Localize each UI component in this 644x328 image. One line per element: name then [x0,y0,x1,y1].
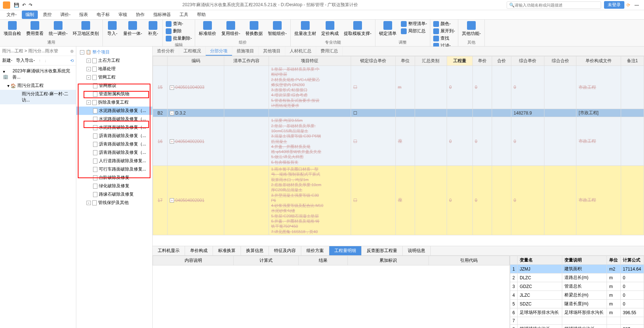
section-node[interactable]: 人行道路面破除及修复... [76,157,152,165]
btab-2[interactable]: 标准换算 [213,246,241,255]
ribbon-btn-sm[interactable]: 批量删除- [164,35,193,42]
tree-root[interactable]: ▾ 🏢2023年麻涌镇污水收集系统完善... [0,67,76,81]
section-node[interactable]: - 拆除及修复工程 [76,98,152,107]
ribbon-btn[interactable]: 统一调价- [47,20,70,37]
down-icon[interactable]: ↓ [44,58,47,63]
breadcrumb-text[interactable]: 雨污...工程 > 雨污分...雨水管 [2,48,58,54]
var-row[interactable]: 4JLZC桥梁总长(m)m0 [510,291,644,300]
import-export-button[interactable]: 导入导出- [16,57,35,64]
section-node[interactable]: 沥青路面破除及修复（... [76,148,152,157]
menu-2[interactable]: 质控 [39,11,55,19]
ribbon-btn[interactable]: 导入- [104,20,120,37]
tab-2[interactable]: 分部分项 [206,47,232,56]
close-icon[interactable]: ⊗ [70,49,74,54]
section-node[interactable]: - 土石方工程 [76,56,152,65]
ribbon-btn[interactable]: 复用组价- [219,20,242,37]
quick-undo-icon[interactable]: ↶ [22,3,26,8]
var-row[interactable]: 7 [510,317,644,325]
section-node[interactable]: 水泥路面破除及修复（... [76,107,152,115]
section-node[interactable]: - 地基处理 [76,65,152,73]
ribbon-btn-sm[interactable]: 展开到- [432,28,456,35]
section-node[interactable]: 管网敷设 [76,81,152,90]
section-root[interactable]: - 📋 整个项目 [76,48,152,56]
quick-save-icon[interactable]: 💾 [14,3,19,8]
refresh-icon[interactable]: ⟲ [70,58,74,63]
ribbon-btn-sm[interactable]: 整理清单- [399,20,428,27]
ribbon-btn-sm[interactable]: 颜色- [432,20,456,27]
menu-7[interactable]: 协作 [132,11,148,19]
table-row[interactable]: 17+ 0405040020011.雨水篦子及圈口材质、型 号、规格:预制装配式… [153,166,644,235]
var-row[interactable]: 3GDZC管道总长m0 [510,282,644,291]
btab-6[interactable]: 工程量明细 [329,246,362,255]
btab-7[interactable]: 反查图形工程量 [362,246,403,255]
menu-1[interactable]: 编制 [22,11,38,19]
table-row[interactable]: 16+ 0405040020011.深度:均深0.55m 2.垫层、基础材质及厚… [153,117,644,166]
ribbon-btn[interactable]: 其他功能- [460,20,483,37]
ribbon-btn[interactable]: 环卫地区类别 [71,20,101,37]
ribbon-btn[interactable]: 提取模板支撑- [342,20,374,37]
calc-table[interactable]: 内容说明计算式结果累加标识引用代码 [153,256,510,265]
btab-8[interactable]: 说明信息 [403,246,431,255]
btab-3[interactable]: 换算信息 [241,246,269,255]
btab-5[interactable]: 组价方案 [301,246,329,255]
tab-3[interactable]: 措施项目 [232,47,259,56]
section-node[interactable]: 路缘石破除及修复 [76,190,152,199]
var-row[interactable]: 5SDZC隧道长度(m)m0 [510,300,644,308]
ribbon-btn[interactable]: 锁定清单 [377,20,399,37]
ribbon-btn[interactable]: 补充- [145,20,161,37]
tree-node-l1[interactable]: ▾ 🏠雨污分流工程 [0,81,76,90]
global-search[interactable]: 🔍 [507,1,601,9]
menu-8[interactable]: 指标神器 [150,11,174,19]
btab-1[interactable]: 单价构成 [185,246,213,255]
menu-3[interactable]: 调价- [57,11,74,19]
ribbon-btn[interactable]: 定价构成 [319,20,341,37]
new-button[interactable]: 新建- [2,57,12,64]
tab-4[interactable]: 其他项目 [259,47,285,56]
help-icon[interactable]: ⟳ [627,3,630,8]
section-node[interactable]: 沥青路面破除及修复（... [76,140,152,148]
menu-5[interactable]: 电子标 [93,11,113,19]
btab-0[interactable]: 工料机显示 [153,246,185,255]
var-row[interactable]: 8篮球球排水沟长篮球球排水沟长m287 [510,325,644,328]
main-grid[interactable]: 编码清单工作内容项目特征锁定综合单价单位汇总类别工程量单价合价综合单价综合合价单… [153,56,644,235]
section-node[interactable]: 水泥路面破除及修复（... [76,115,152,123]
quick-redo-icon[interactable]: ↷ [29,3,32,8]
tab-5[interactable]: 人材机汇总 [285,47,316,56]
section-node[interactable]: 台阶破除及修复 [76,173,152,182]
section-node[interactable]: 绿化破除及修复 [76,182,152,190]
ribbon-btn[interactable]: 费用查看 [24,20,46,37]
table-row[interactable]: 15+ 0405010040031.垫层、基础材质及厚度:中 粗砂垫层 2.材质… [153,66,644,109]
section-node[interactable]: 可行车路面破除及修复... [76,165,152,173]
ribbon-btn[interactable]: 批量改主材 [292,20,318,37]
minimize-icon[interactable]: — [635,3,639,8]
section-node[interactable]: 沥青路面破除及修复（... [76,132,152,140]
menu-0[interactable]: 文件- [3,11,20,19]
menu-9[interactable]: 工具 [176,11,192,19]
section-node[interactable]: 管道附属构筑物 [76,90,152,98]
var-table[interactable]: 变量名变量说明单位计算公式1JZMJ建筑面积m217114.642DLZC道路总… [510,256,644,328]
ribbon-btn[interactable]: 标准组价 [197,20,218,37]
ribbon-btn[interactable]: 智能组价- [266,20,289,37]
var-row[interactable]: 1JZMJ建筑面积m217114.64 [510,265,644,273]
menu-6[interactable]: 审核 [115,11,131,19]
var-row[interactable]: 6足球场环形排水沟长足球场环形排水沟长m396.55 [510,308,644,317]
table-row[interactable]: B2- D.3.2☐148278.9[市政工程] [153,109,644,117]
section-node[interactable]: - 管线保护及其他 [76,199,152,207]
tree-node-active[interactable]: 雨污分流工程-麻一村-二访... [0,90,76,104]
tab-1[interactable]: 工程概况 [179,47,206,56]
var-row[interactable]: 2DLZC道路总长(m)m0 [510,273,644,282]
ribbon-btn[interactable]: 量价一体- [121,20,144,37]
ribbon-btn-sm[interactable]: 删除 [164,28,193,35]
up-icon[interactable]: ↑ [39,58,41,63]
ribbon-btn-sm[interactable]: 局部汇总 [399,28,428,35]
menu-10[interactable]: 帮助 [193,11,209,19]
tab-6[interactable]: 费用汇总 [316,47,343,56]
section-node[interactable]: - 管网工程 [76,73,152,81]
ribbon-btn[interactable]: 项目自检 [1,20,23,37]
login-button[interactable]: 未登录 [604,1,624,9]
search-input[interactable] [515,3,599,7]
btab-4[interactable]: 特征及内容 [269,246,301,255]
menu-4[interactable]: 报表 [76,11,92,19]
tab-0[interactable]: 造价分析 [153,47,179,56]
section-node[interactable]: 水泥路面破除及修复（... [76,123,152,132]
